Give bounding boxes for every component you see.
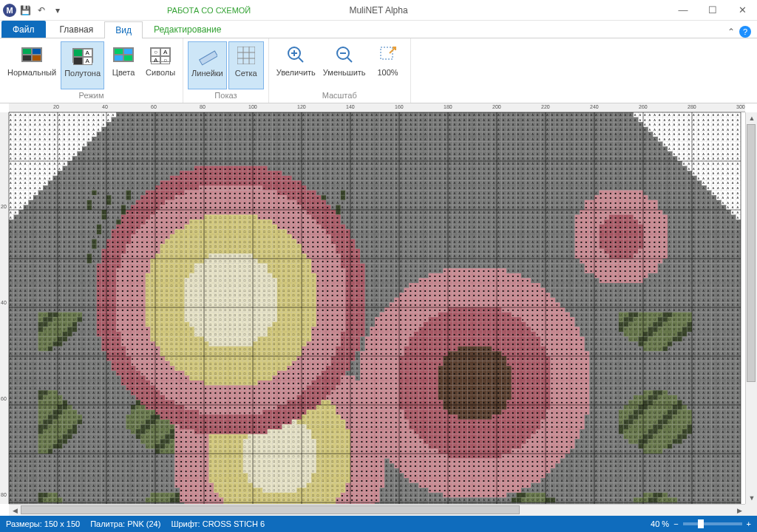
svg-text:A: A: [571, 250, 573, 253]
svg-text:A: A: [512, 171, 515, 175]
svg-text:A: A: [293, 147, 295, 151]
svg-text:A: A: [478, 235, 481, 239]
svg-text:A: A: [712, 167, 714, 171]
svg-text:A: A: [439, 152, 441, 156]
svg-text:A: A: [312, 171, 314, 175]
mode-normal-button[interactable]: Нормальный: [4, 41, 59, 89]
svg-text:A: A: [702, 323, 705, 327]
svg-text:A: A: [73, 265, 75, 268]
tab-file[interactable]: Файл: [1, 21, 46, 38]
mode-symbols-button[interactable]: ○AA○ Сиволы: [143, 41, 178, 89]
svg-text:A: A: [10, 357, 12, 361]
collapse-ribbon-icon[interactable]: ⌃: [727, 27, 735, 37]
zoom-in-button[interactable]: Увеличить: [274, 41, 319, 89]
svg-text:A: A: [561, 269, 563, 273]
svg-text:A: A: [83, 216, 85, 219]
svg-text:A: A: [73, 167, 75, 171]
svg-text:A: A: [10, 352, 12, 355]
svg-text:A: A: [483, 201, 485, 205]
svg-text:A: A: [68, 391, 70, 395]
svg-text:A: A: [146, 474, 149, 477]
svg-text:A: A: [180, 137, 183, 141]
svg-text:A: A: [68, 152, 70, 156]
svg-text:A: A: [688, 143, 690, 146]
svg-text:A: A: [717, 152, 719, 156]
show-grid-button[interactable]: Сетка: [228, 41, 264, 89]
svg-text:A: A: [522, 254, 524, 258]
svg-text:A: A: [698, 196, 700, 200]
scroll-right-icon[interactable]: ▶: [733, 505, 745, 516]
svg-text:A: A: [15, 323, 17, 327]
svg-text:A: A: [44, 230, 46, 233]
svg-text:A: A: [712, 464, 714, 468]
scrollbar-vertical[interactable]: ▲ ▼: [745, 112, 757, 504]
svg-text:A: A: [712, 435, 714, 439]
help-icon[interactable]: ?: [739, 26, 751, 38]
svg-text:A: A: [449, 259, 451, 263]
svg-text:A: A: [58, 376, 61, 380]
svg-text:A: A: [234, 137, 237, 141]
zoom-control[interactable]: 40 % − +: [651, 519, 751, 528]
svg-text:A: A: [78, 250, 80, 253]
zoom-minus-icon[interactable]: −: [673, 519, 678, 528]
show-rulers-button[interactable]: Линейки: [188, 41, 227, 89]
scroll-up-icon[interactable]: ▲: [746, 112, 757, 124]
svg-text:A: A: [556, 191, 558, 195]
scroll-left-icon[interactable]: ◀: [9, 505, 21, 516]
svg-text:A: A: [688, 366, 690, 370]
svg-rect-1: [237, 47, 255, 64]
svg-text:U: U: [654, 498, 656, 502]
qat-dropdown-icon[interactable]: ▾: [50, 3, 65, 18]
svg-text:A: A: [98, 406, 100, 409]
svg-text:A: A: [322, 118, 324, 122]
svg-text:A: A: [361, 259, 363, 263]
minimize-button[interactable]: —: [668, 0, 698, 21]
tab-edit[interactable]: Редактирование: [143, 21, 232, 38]
close-button[interactable]: ✕: [727, 0, 757, 21]
svg-text:A: A: [39, 128, 41, 132]
mode-colors-button[interactable]: Цвета: [106, 41, 141, 89]
svg-text:A: A: [24, 245, 27, 248]
svg-text:A: A: [39, 225, 41, 229]
svg-text:A: A: [137, 469, 139, 473]
undo-icon[interactable]: ↶: [34, 3, 49, 18]
svg-text:A: A: [649, 479, 651, 482]
tab-view[interactable]: Вид: [104, 21, 143, 38]
svg-text:U: U: [654, 347, 656, 351]
svg-text:A: A: [434, 494, 436, 497]
svg-text:A: A: [736, 464, 739, 468]
svg-text:A: A: [693, 366, 695, 370]
svg-text:A: A: [610, 186, 612, 190]
mode-halftone-button[interactable]: AA Полутона: [61, 41, 104, 89]
tab-main[interactable]: Главная: [49, 21, 105, 38]
scrollbar-horizontal[interactable]: ◀ ▶: [9, 504, 745, 516]
svg-text:A: A: [376, 259, 378, 263]
svg-text:A: A: [512, 259, 515, 263]
zoom-plus-icon[interactable]: +: [747, 519, 751, 528]
save-icon[interactable]: 💾: [18, 3, 33, 18]
pattern-canvas[interactable]: AAAAAAAAAAAAAAAAAAAAAAAAAAAAAAAAAAAAAAAA…: [9, 112, 745, 504]
svg-text:A: A: [614, 366, 617, 370]
svg-text:A: A: [610, 338, 612, 341]
svg-text:A: A: [488, 201, 490, 205]
svg-text:A: A: [49, 376, 51, 380]
svg-text:A: A: [464, 211, 466, 214]
svg-text:A: A: [556, 269, 558, 273]
svg-text:U: U: [619, 327, 622, 331]
svg-text:A: A: [610, 177, 612, 180]
zoom-out-button[interactable]: Уменьшить: [320, 41, 369, 89]
svg-text:A: A: [566, 225, 568, 229]
svg-text:A: A: [44, 211, 46, 214]
svg-text:A: A: [492, 225, 495, 229]
svg-text:A: A: [707, 400, 710, 404]
maximize-button[interactable]: ☐: [698, 0, 727, 21]
svg-text:A: A: [458, 245, 461, 248]
svg-text:A: A: [488, 259, 490, 263]
scroll-down-icon[interactable]: ▼: [746, 492, 757, 504]
svg-text:A: A: [336, 177, 339, 180]
svg-text:A: A: [668, 469, 671, 473]
svg-text:A: A: [478, 171, 481, 175]
svg-text:A: A: [24, 181, 27, 185]
zoom-100-button[interactable]: 100%: [370, 41, 406, 89]
zoom-slider[interactable]: [683, 522, 742, 525]
